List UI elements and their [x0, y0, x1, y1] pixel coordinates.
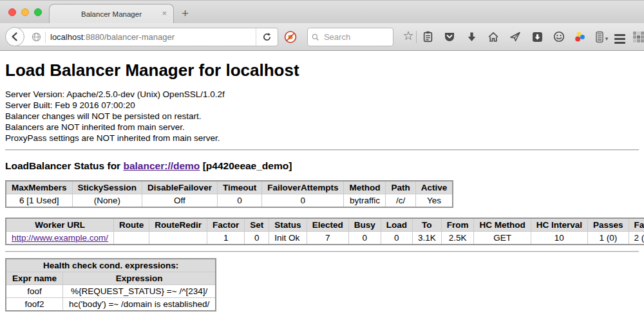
reload-icon: [262, 32, 272, 42]
health-check-table: Health check cond. expressions: Expr nam…: [5, 258, 216, 311]
menu-icon[interactable]: [613, 32, 626, 45]
health-table-title: Health check cond. expressions:: [6, 259, 216, 272]
col-header: Expr name: [6, 272, 63, 285]
page-content: Load Balancer Manager for localhost Serv…: [0, 60, 644, 316]
col-header: From: [441, 218, 474, 232]
dropdown-caret-icon[interactable]: ▾: [603, 32, 611, 45]
color-dots-icon[interactable]: [573, 30, 586, 43]
bookmark-star-icon[interactable]: ☆: [402, 29, 415, 42]
cell-routeredir: [149, 232, 207, 245]
download-icon[interactable]: [465, 30, 478, 43]
col-header: StickySession: [72, 181, 142, 194]
new-tab-button[interactable]: +: [182, 6, 189, 21]
tab-title: Balancer Manager: [81, 10, 142, 18]
balancer-settings-table: MaxMembers StickySession DisableFailover…: [5, 180, 453, 208]
emoji-icon[interactable]: [553, 30, 565, 43]
col-header: Set: [245, 218, 269, 232]
cell-fails: 2 (0): [629, 232, 644, 245]
worker-url-link[interactable]: http://www.example.com/: [12, 233, 108, 243]
cell-route: [114, 232, 149, 245]
url-host: localhost: [50, 32, 83, 42]
video-download-icon[interactable]: [531, 30, 544, 43]
cell-maxmembers: 6 [1 Used]: [6, 194, 72, 208]
server-version: Server Version: Apache/2.5.0-dev (Unix) …: [5, 89, 639, 100]
col-header: Active: [415, 181, 453, 194]
cell-expression: %{REQUEST_STATUS} =~ /^[234]/: [63, 285, 216, 298]
table-title-row: Health check cond. expressions:: [6, 259, 216, 272]
col-header: Timeout: [217, 181, 261, 194]
col-header: Elected: [307, 218, 348, 232]
cell-method: bytraffic: [344, 194, 386, 208]
back-button[interactable]: [5, 27, 24, 46]
heading-suffix: [p4420eeae_demo]: [200, 160, 292, 171]
clipboard-icon[interactable]: [421, 30, 434, 43]
col-header: Passes: [587, 218, 629, 232]
cell-worker-url: http://www.example.com/: [6, 232, 114, 245]
cell-busy: 0: [348, 232, 381, 245]
table-header-row: Worker URL Route RouteRedir Factor Set S…: [6, 218, 644, 232]
table-row: foof2 hc('body') =~ /domain is establish…: [6, 298, 216, 311]
col-header: Fails: [629, 218, 644, 232]
table-row: 6 [1 Used] (None) Off 0 0 bytraffic /c/ …: [6, 194, 453, 208]
search-bar[interactable]: [307, 28, 393, 46]
window-zoom-button[interactable]: [34, 8, 42, 16]
col-header: Factor: [207, 218, 245, 232]
col-header: HC Interval: [531, 218, 587, 232]
cell-hc-interval: 10: [531, 232, 587, 245]
cell-passes: 1 (0): [587, 232, 629, 245]
col-header: HC Method: [474, 218, 531, 232]
server-info: Server Version: Apache/2.5.0-dev (Unix) …: [5, 89, 639, 144]
search-icon: [312, 33, 319, 42]
window-minimize-button[interactable]: [21, 8, 29, 16]
col-header: To: [412, 218, 441, 232]
worker-table: Worker URL Route RouteRedir Factor Set S…: [5, 218, 644, 245]
cell-timeout: 0: [217, 194, 261, 208]
adblock-disabled-icon[interactable]: [284, 30, 297, 43]
url-separator: [45, 32, 46, 43]
table-row: foof %{REQUEST_STATUS} =~ /^[234]/: [6, 285, 216, 298]
cell-expr-name: foof2: [6, 298, 63, 311]
tab-bar: Balancer Manager × +: [0, 0, 644, 23]
divider: [5, 149, 639, 151]
url-path: :8880/balancer-manager: [83, 32, 175, 42]
page-title: Load Balancer Manager for localhost: [5, 60, 639, 80]
server-built: Server Built: Feb 9 2016 07:00:20: [5, 100, 639, 111]
col-header: Expression: [63, 272, 216, 285]
cell-expr-name: foof: [6, 285, 63, 298]
col-header: Busy: [348, 218, 381, 232]
cell-elected: 7: [307, 232, 348, 245]
reload-button[interactable]: [256, 28, 278, 46]
worker-row: http://www.example.com/ 1 0 Init Ok 7 0 …: [6, 232, 644, 245]
col-header: Method: [344, 181, 386, 194]
notice-balancers: Balancers are NOT inherited from main se…: [5, 122, 639, 133]
browser-window: Balancer Manager × + localhost:8880/bala…: [0, 0, 644, 316]
cell-to: 3.1K: [412, 232, 441, 245]
cell-failoverattempts: 0: [262, 194, 344, 208]
cell-path: /c/: [386, 194, 415, 208]
table-header-row: Expr name Expression: [6, 272, 216, 285]
col-header: Status: [269, 218, 307, 232]
url-text[interactable]: localhost:8880/balancer-manager: [50, 32, 256, 42]
search-input[interactable]: [323, 32, 389, 42]
col-header: DisableFailover: [142, 181, 218, 194]
pocket-icon[interactable]: [443, 30, 456, 43]
table-header-row: MaxMembers StickySession DisableFailover…: [6, 181, 453, 194]
notice-proxypass: ProxyPass settings are NOT inherited fro…: [5, 133, 639, 144]
tab-close-icon[interactable]: ×: [162, 9, 167, 18]
window-close-button[interactable]: [8, 8, 16, 16]
col-header: Path: [386, 181, 415, 194]
url-bar[interactable]: localhost:8880/balancer-manager: [15, 28, 278, 46]
balancer-status-heading: LoadBalancer Status for balancer://demo …: [5, 160, 639, 172]
cell-from: 2.5K: [441, 232, 474, 245]
cell-factor: 1: [207, 232, 245, 245]
send-icon[interactable]: [509, 30, 522, 43]
col-header: RouteRedir: [149, 218, 207, 232]
tiles-icon[interactable]: [632, 30, 644, 43]
col-header: Worker URL: [6, 218, 114, 232]
cell-load: 0: [381, 232, 412, 245]
home-icon[interactable]: [487, 30, 500, 43]
navigation-toolbar: localhost:8880/balancer-manager: [0, 23, 644, 51]
tab-balancer-manager[interactable]: Balancer Manager ×: [49, 4, 174, 23]
balancer-demo-link[interactable]: balancer://demo: [123, 160, 200, 171]
back-arrow-icon: [10, 32, 20, 42]
